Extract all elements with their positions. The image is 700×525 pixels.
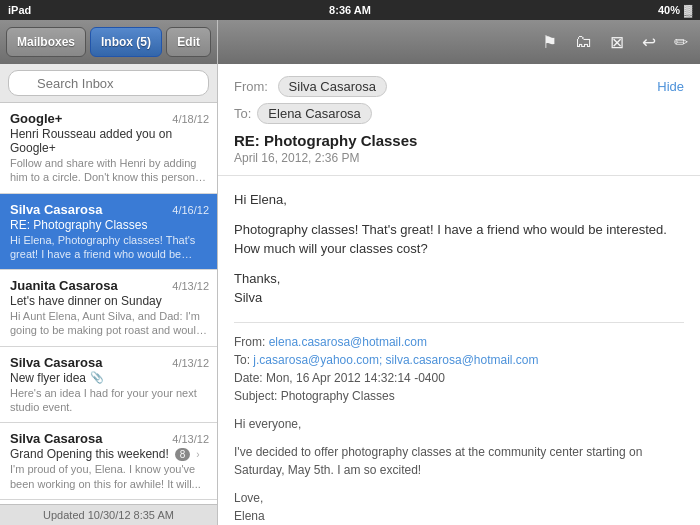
quoted-closing: Love, Elena	[234, 489, 684, 525]
email-list-item[interactable]: Silva Casarosa 4/13/12 New flyer idea📎 H…	[0, 347, 217, 424]
quoted-to-line: To: j.casarosa@yahoo.com; silva.casarosa…	[234, 351, 684, 369]
email-header-section: From: Silva Casarosa Hide To: Elena Casa…	[218, 64, 700, 176]
email-item-header: Silva Casarosa 4/13/12	[10, 355, 209, 370]
email-date-label: 4/18/12	[172, 113, 209, 125]
from-field: From: Silva Casarosa	[234, 76, 387, 97]
quoted-from-email[interactable]: elena.casarosa@hotmail.com	[269, 335, 427, 349]
email-item-header: Silva Casarosa 4/16/12	[10, 202, 209, 217]
email-date-label: 4/13/12	[172, 357, 209, 369]
main-layout: Mailboxes Inbox (5) Edit 🔍 Google+ 4/18/…	[0, 20, 700, 525]
search-input[interactable]	[8, 70, 209, 96]
quoted-body-section: Hi everyone, I've decided to offer photo…	[234, 415, 684, 525]
email-subject-line: New flyer idea📎	[10, 371, 209, 385]
email-preview: I'm proud of you, Elena. I know you've b…	[10, 462, 209, 491]
to-chip[interactable]: Elena Casarosa	[257, 103, 372, 124]
battery-icon: ▓	[684, 4, 692, 16]
flag-icon[interactable]: ⚑	[542, 32, 557, 53]
quoted-from-label: From:	[234, 335, 265, 349]
body-thanks: Thanks, Silva	[234, 269, 684, 308]
to-label: To:	[234, 106, 251, 121]
sender-name: Google+	[10, 111, 62, 126]
email-view-toolbar: ⚑ 🗂 ⊠ ↩ ✏	[218, 20, 700, 64]
email-list-item[interactable]: George Casarosa 4/13/12 Grand Opening Hi…	[0, 500, 217, 504]
folder-icon[interactable]: 🗂	[575, 32, 592, 52]
quoted-section: From: elena.casarosa@hotmail.com To: j.c…	[234, 322, 684, 525]
email-subject-line: Henri Rousseau added you on Google+	[10, 127, 209, 155]
compose-icon[interactable]: ✏	[674, 32, 688, 53]
mailboxes-button[interactable]: Mailboxes	[6, 27, 86, 57]
email-date-label: 4/16/12	[172, 204, 209, 216]
attachment-icon: 📎	[90, 371, 104, 384]
toolbar-left: Mailboxes Inbox (5)	[6, 27, 162, 57]
from-row: From: Silva Casarosa Hide	[234, 76, 684, 97]
email-subject-line: Let's have dinner on Sunday	[10, 294, 209, 308]
email-preview: Here's an idea I had for your your next …	[10, 386, 209, 415]
hide-button[interactable]: Hide	[657, 79, 684, 94]
email-preview: Hi Aunt Elena, Aunt Silva, and Dad: I'm …	[10, 309, 209, 338]
time-label: 8:36 AM	[329, 4, 371, 16]
updated-label: Updated 10/30/12 8:35 AM	[43, 509, 174, 521]
email-preview: Follow and share with Henri by adding hi…	[10, 156, 209, 185]
email-item-header: Juanita Casarosa 4/13/12	[10, 278, 209, 293]
email-subject-line: RE: Photography Classes	[10, 218, 209, 232]
email-list: Google+ 4/18/12 Henri Rousseau added you…	[0, 103, 217, 504]
quoted-body-para: I've decided to offer photography classe…	[234, 443, 684, 479]
email-list-item[interactable]: Juanita Casarosa 4/13/12 Let's have dinn…	[0, 270, 217, 347]
sender-name: Silva Casarosa	[10, 431, 103, 446]
email-content: From: Silva Casarosa Hide To: Elena Casa…	[218, 64, 700, 525]
from-label: From:	[234, 79, 268, 94]
battery-label: 40%	[658, 4, 680, 16]
quoted-from-line: From: elena.casarosa@hotmail.com	[234, 333, 684, 351]
quoted-to-emails[interactable]: j.casarosa@yahoo.com; silva.casarosa@hot…	[253, 353, 538, 367]
inbox-button[interactable]: Inbox (5)	[90, 27, 162, 57]
quoted-to-label: To:	[234, 353, 250, 367]
sender-name: Juanita Casarosa	[10, 278, 118, 293]
search-bar: 🔍	[0, 64, 217, 103]
from-chip[interactable]: Silva Casarosa	[278, 76, 387, 97]
email-date: April 16, 2012, 2:36 PM	[234, 151, 684, 165]
carrier-label: iPad	[8, 4, 31, 16]
search-wrapper: 🔍	[8, 70, 209, 96]
badge: 8	[175, 448, 191, 461]
quoted-subject-line: Subject: Photography Classes	[234, 387, 684, 405]
left-panel: Mailboxes Inbox (5) Edit 🔍 Google+ 4/18/…	[0, 20, 218, 525]
arrow-icon: ›	[196, 449, 199, 460]
to-row: To: Elena Casarosa	[234, 103, 684, 124]
email-list-item[interactable]: Silva Casarosa 4/13/12 Grand Opening thi…	[0, 423, 217, 500]
right-panel: ⚑ 🗂 ⊠ ↩ ✏ From: Silva Casarosa Hide To: …	[218, 20, 700, 525]
email-list-item[interactable]: Silva Casarosa 4/16/12 RE: Photography C…	[0, 194, 217, 271]
body-greeting: Hi Elena,	[234, 190, 684, 210]
email-body: Hi Elena, Photography classes! That's gr…	[218, 176, 700, 525]
email-preview: Hi Elena, Photography classes! That's gr…	[10, 233, 209, 262]
inbox-toolbar: Mailboxes Inbox (5) Edit	[0, 20, 217, 64]
archive-icon[interactable]: ⊠	[610, 32, 624, 53]
status-bar: iPad 8:36 AM 40% ▓	[0, 0, 700, 20]
status-indicators: 40% ▓	[658, 4, 692, 16]
body-paragraph1: Photography classes! That's great! I hav…	[234, 220, 684, 259]
reply-icon[interactable]: ↩	[642, 32, 656, 53]
email-subject: RE: Photography Classes	[234, 132, 684, 149]
sender-name: Silva Casarosa	[10, 202, 103, 217]
email-item-header: Google+ 4/18/12	[10, 111, 209, 126]
email-date-label: 4/13/12	[172, 280, 209, 292]
list-footer: Updated 10/30/12 8:35 AM	[0, 504, 217, 525]
email-subject-line: Grand Opening this weekend!8›	[10, 447, 209, 461]
quoted-greeting: Hi everyone,	[234, 415, 684, 433]
quoted-date-line: Date: Mon, 16 Apr 2012 14:32:14 -0400	[234, 369, 684, 387]
sender-name: Silva Casarosa	[10, 355, 103, 370]
edit-button[interactable]: Edit	[166, 27, 211, 57]
email-date-label: 4/13/12	[172, 433, 209, 445]
email-item-header: Silva Casarosa 4/13/12	[10, 431, 209, 446]
email-list-item[interactable]: Google+ 4/18/12 Henri Rousseau added you…	[0, 103, 217, 194]
